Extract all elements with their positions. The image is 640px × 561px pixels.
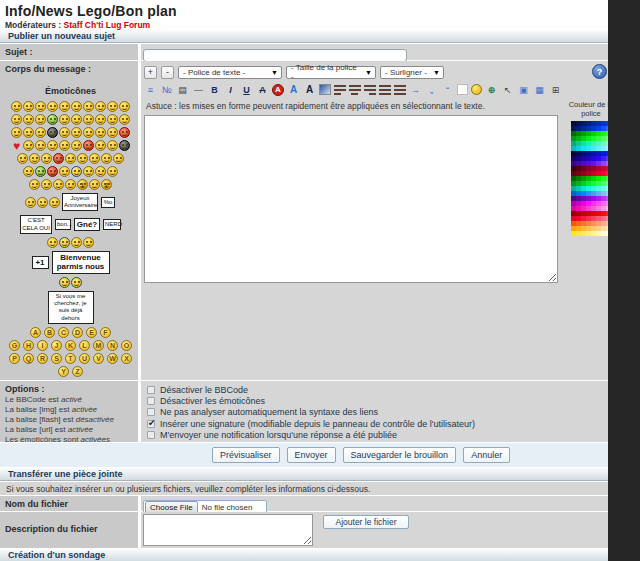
emoticon[interactable] [71,237,82,248]
emoticon-letter[interactable]: C [58,327,69,338]
emoticon[interactable] [35,140,46,151]
emoticon-sign[interactable]: Si vous me cherchez, je suis déjà dehors [48,291,94,324]
emoticon[interactable] [95,140,106,151]
emoticon[interactable] [71,101,82,112]
emoticon[interactable] [35,114,46,125]
emoticon[interactable] [11,101,22,112]
align-right-icon[interactable] [364,85,376,95]
emoticon[interactable] [47,237,58,248]
emoticon[interactable] [23,101,34,112]
emoticon[interactable] [71,166,82,177]
emoticon-sign[interactable]: %o [101,197,115,208]
numbered-list-icon[interactable]: № [160,83,173,96]
emoticon[interactable] [119,101,130,112]
emoticon-letter[interactable]: G [9,340,20,351]
font-size-select[interactable]: - Taille de la police - ▼ [286,66,376,79]
link-globe-icon[interactable]: ⊕ [485,83,498,96]
emoticon-letter[interactable]: U [79,353,90,364]
emoticon[interactable] [59,114,70,125]
cursor-icon[interactable]: ↖ [501,83,514,96]
emoticon[interactable] [23,140,34,151]
emoticon-letter[interactable]: R [37,353,48,364]
emoticon-letter[interactable]: N [107,340,118,351]
emoticon[interactable] [83,166,94,177]
emoticon-sign[interactable]: Bienvenue parmis nous [52,251,110,274]
emoticon[interactable] [83,140,94,151]
emoticon-letter[interactable]: I [37,340,48,351]
emoticon[interactable] [89,179,100,190]
highlight-block-icon[interactable] [319,84,331,95]
align-center-icon[interactable] [349,85,361,95]
emoticon[interactable] [29,153,40,164]
quote-close-icon[interactable]: “ [441,83,454,96]
emoticon[interactable] [23,127,34,138]
emoticon-letter[interactable]: E [86,327,97,338]
emoticon[interactable] [35,101,46,112]
emoticon[interactable] [83,101,94,112]
moderators-link[interactable]: Staff Ch'ti Lug Forum [64,20,151,30]
emoticon[interactable] [65,179,76,190]
emoticon[interactable] [83,237,94,248]
emoticon[interactable] [47,140,58,151]
add-file-button[interactable]: Ajouter le fichier [323,515,409,529]
emoticon-letter[interactable]: V [93,353,104,364]
checkbox[interactable] [147,386,155,394]
emoticon[interactable] [59,127,70,138]
emoticon[interactable] [83,127,94,138]
emoticon[interactable] [77,153,88,164]
emoticon[interactable] [25,197,36,208]
emoticon[interactable] [119,127,130,138]
message-textarea[interactable] [144,115,558,283]
strike-icon[interactable]: A [256,83,269,96]
emoticon[interactable] [71,127,82,138]
emoticon[interactable] [113,153,124,164]
emoticon[interactable] [107,166,118,177]
emoticon[interactable] [59,166,70,177]
emoticon-letter[interactable]: Y [58,366,69,377]
font-family-select[interactable]: - Police de texte - ▼ [178,66,282,79]
emoticon[interactable] [41,153,52,164]
emoticon[interactable] [47,114,58,125]
remove-color-icon[interactable]: A [272,84,284,96]
underline-icon[interactable]: U [240,83,253,96]
emoticon-sign[interactable]: Joyeux Anniversaire [62,193,98,211]
emoticon-letter[interactable]: K [65,340,76,351]
emoticon[interactable] [65,153,76,164]
subject-input[interactable] [143,49,407,62]
emoticon-sign[interactable]: C'EST CELA OUI [20,215,52,233]
emoticon[interactable]: 2 [101,179,112,190]
emoticon[interactable] [95,127,106,138]
emoticon-letter[interactable]: P [9,353,20,364]
file-description-textarea[interactable] [143,514,313,546]
smiley-balloon-icon[interactable] [471,84,482,95]
emoticon[interactable]: 1 [77,179,88,190]
emoticon[interactable] [53,179,64,190]
font-color-blue-icon[interactable]: A [287,83,300,96]
emoticon[interactable] [107,127,118,138]
cancel-button[interactable]: Annuler [463,447,510,463]
emoticon-sign[interactable]: Gné? [74,218,100,232]
emoticon-letter[interactable]: B [44,327,55,338]
emoticon[interactable] [47,166,58,177]
preview-button[interactable]: Prévisualiser [212,447,280,463]
checkbox[interactable] [147,408,155,416]
save-draft-button[interactable]: Sauvegarder le brouillon [343,447,457,463]
emoticon[interactable] [119,114,130,125]
checkbox[interactable] [147,431,155,439]
emoticon[interactable] [35,166,46,177]
emoticon-letter[interactable]: Z [72,366,83,377]
emoticon[interactable] [89,153,100,164]
checkbox[interactable] [147,397,155,405]
emoticon-letter[interactable]: S [51,353,62,364]
emoticon[interactable] [101,153,112,164]
emoticon[interactable] [59,277,70,288]
emoticon-letter[interactable]: T [65,353,76,364]
emoticon-letter[interactable]: J [51,340,62,351]
emoticon-letter[interactable]: H [23,340,34,351]
help-icon[interactable]: ? [592,64,607,79]
emoticon[interactable] [17,153,28,164]
emoticon[interactable] [107,140,118,151]
emoticon[interactable] [95,166,106,177]
quote-page-icon[interactable]: ▤ [176,83,189,96]
emoticon[interactable] [71,277,82,288]
